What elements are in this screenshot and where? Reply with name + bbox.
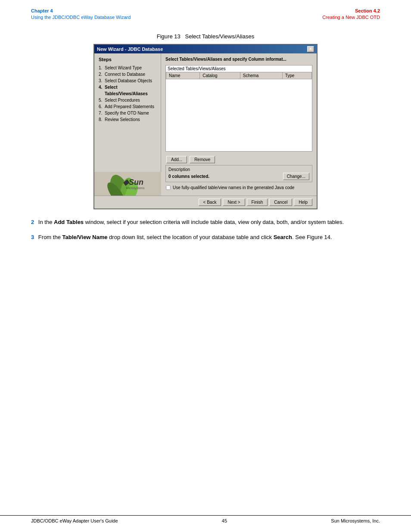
table-body-empty	[166, 79, 312, 113]
add-button[interactable]: Add...	[166, 156, 187, 163]
description-content: 0 columns selected. Change...	[168, 173, 309, 180]
col-catalog: Catalog	[200, 72, 240, 79]
footer-page-number: 45	[118, 518, 331, 523]
step-1: 1.Select Wizard Type	[99, 65, 156, 71]
footer-right: Sun Microsystems, Inc.	[331, 518, 380, 523]
selected-table: Name Catalog Schema Type	[166, 72, 312, 114]
add-tables-bold: Add Tables	[54, 219, 84, 225]
checkbox-label: Use fully-qualified table/view names in …	[173, 185, 294, 190]
step-8: 8.Review Selections	[99, 116, 156, 123]
dialog-title: New Wizard - JDBC Database	[97, 47, 163, 52]
page-footer: JDBC/ODBC eWay Adapter User's Guide 45 S…	[0, 515, 411, 523]
section-sub: Creating a New JDBC OTD	[322, 14, 380, 21]
dialog-container: New Wizard - JDBC Database × Steps 1.Sel…	[0, 44, 411, 209]
col-name: Name	[166, 72, 200, 79]
finish-button[interactable]: Finish	[247, 199, 268, 206]
step2-number: 2	[31, 219, 34, 225]
figure-title: Select Tables/Views/Aliases	[185, 33, 255, 40]
dialog-footer: < Back Next > Finish Cancel Help	[94, 196, 317, 208]
col-type: Type	[282, 72, 311, 79]
qualified-names-checkbox[interactable]	[166, 185, 170, 190]
header-right: Section 4.2 Creating a New JDBC OTD	[322, 8, 380, 21]
table-view-bold: Table/View Name	[62, 234, 107, 240]
step-7: 7.Specify the OTD Name	[99, 110, 156, 116]
col-schema: Schema	[240, 72, 282, 79]
plant-decoration: ◆Sun Microsystems	[94, 161, 161, 196]
table-section-label: Selected Tables/Views/Aliases	[166, 65, 312, 72]
step2-text: In the Add Tables window, select if your…	[38, 219, 344, 225]
step-5: 5.Select Procedures	[99, 97, 156, 103]
steps-title: Steps	[99, 57, 156, 62]
add-remove-row: Add... Remove	[165, 156, 312, 163]
body-content: 2 In the Add Tables window, select if yo…	[0, 209, 411, 257]
back-button[interactable]: < Back	[199, 199, 221, 206]
step-3: 3.Select Database Objects	[99, 78, 156, 84]
description-section: Description 0 columns selected. Change..…	[165, 165, 312, 182]
checkbox-row: Use fully-qualified table/view names in …	[165, 185, 312, 190]
dialog-body: Steps 1.Select Wizard Type 2.Connect to …	[94, 53, 317, 196]
step3-paragraph: 3 From the Table/View Name drop down lis…	[31, 233, 380, 242]
step-2: 2.Connect to Database	[99, 71, 156, 78]
selected-tables-section: Selected Tables/Views/Aliases Name Catal…	[165, 65, 312, 152]
footer-left: JDBC/ODBC eWay Adapter User's Guide	[31, 518, 118, 523]
header-left: Chapter 4 Using the JDBC/ODBC eWay Datab…	[31, 8, 131, 21]
dialog-window: New Wizard - JDBC Database × Steps 1.Sel…	[93, 44, 318, 209]
step-4-active: 4.SelectTables/Views/Aliases	[99, 84, 156, 97]
change-button[interactable]: Change...	[283, 173, 309, 180]
step-6: 6.Add Prepared Statements	[99, 103, 156, 110]
plant-svg: ◆Sun Microsystems	[94, 172, 161, 196]
svg-text:Microsystems: Microsystems	[126, 187, 145, 190]
description-label: Description	[168, 167, 309, 172]
step3-number: 3	[31, 234, 34, 240]
remove-button[interactable]: Remove	[190, 156, 215, 163]
chapter-label: Chapter 4	[31, 8, 131, 14]
dialog-titlebar: New Wizard - JDBC Database ×	[94, 45, 317, 53]
content-panel: Select Tables/Views/Aliases and specify …	[161, 53, 317, 196]
columns-selected-text: 0 columns selected.	[168, 174, 209, 179]
section-label: Section 4.2	[322, 8, 380, 14]
steps-panel: Steps 1.Select Wizard Type 2.Connect to …	[94, 53, 161, 196]
steps-list: 1.Select Wizard Type 2.Connect to Databa…	[99, 65, 156, 123]
search-bold: Search	[274, 234, 292, 240]
close-button[interactable]: ×	[307, 46, 314, 52]
figure-caption: Figure 13 Select Tables/Views/Aliases	[0, 33, 411, 40]
help-button[interactable]: Help	[294, 199, 312, 206]
step2-paragraph: 2 In the Add Tables window, select if yo…	[31, 218, 380, 227]
figure-label: Figure 13	[157, 33, 181, 40]
content-title: Select Tables/Views/Aliases and specify …	[165, 57, 312, 62]
svg-text:◆Sun: ◆Sun	[123, 178, 143, 187]
chapter-sub: Using the JDBC/ODBC eWay Database Wizard	[31, 14, 131, 21]
page-header: Chapter 4 Using the JDBC/ODBC eWay Datab…	[0, 0, 411, 25]
step3-text: From the Table/View Name drop down list,…	[38, 234, 332, 240]
cancel-button[interactable]: Cancel	[269, 199, 292, 206]
next-button[interactable]: Next >	[223, 199, 245, 206]
